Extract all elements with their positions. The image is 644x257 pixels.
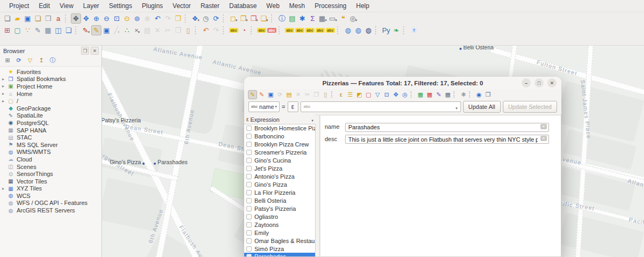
style-manager-icon[interactable]: a [53,13,63,24]
browser-item-sap-hana[interactable]: ▦SAP HANA [0,127,101,134]
map-tips-icon[interactable]: ❝ [338,13,348,24]
feature-checkbox[interactable] [246,190,252,195]
browser-item-home[interactable]: ▸⌂Home [0,90,101,98]
browser-item-wfs-ogc-api-features[interactable]: ◍WFS / OGC API - Features [0,200,101,207]
feature-list-item[interactable]: Omar Bagles & Restaurant [244,237,315,245]
menu-layer[interactable]: Layer [78,1,104,11]
dlg-save-edits-icon[interactable]: ▣ [266,90,275,99]
zoom-next-icon[interactable]: ↷ [163,13,173,24]
new-mesh-layer-icon[interactable]: ▦ [43,25,53,35]
expression-builder-button[interactable]: ε [288,101,298,112]
dlg-select-by-expression-icon[interactable]: ε [336,90,346,99]
feature-list-scrollbar[interactable] [316,115,320,257]
feature-list-item[interactable]: Brooklyn Homeslice Pizzeria [244,124,315,133]
dlg-copy-features-icon[interactable]: ❐ [312,90,321,99]
new-geopackage-layer-icon[interactable]: ▢ [12,25,23,35]
browser-add-layers-icon[interactable]: ⊞ [3,56,12,64]
menu-processing[interactable]: Processing [310,1,351,11]
new-project-icon[interactable]: ❏ [2,13,12,24]
browser-item-arcgis-rest-servers[interactable]: ◍ArcGIS REST Servers [0,207,101,214]
menu-plugins[interactable]: Plugins [137,1,167,11]
delete-selected-icon[interactable]: ✕ [152,25,163,35]
browser-item-spatial-bookmarks[interactable]: ▸❐Spatial Bookmarks [0,76,101,83]
feature-checkbox[interactable] [246,238,252,244]
dlg-cut-features-icon[interactable]: ✂ [303,90,312,99]
menu-database[interactable]: Database [224,1,261,11]
new-map-view-icon[interactable]: ❐ [173,13,183,24]
browser-item-vector-tiles[interactable]: ▦Vector Tiles [0,178,101,185]
feature-checkbox[interactable] [246,158,252,163]
menu-web[interactable]: Web [261,1,284,11]
zoom-to-layer-icon[interactable]: ⊚ [132,13,142,24]
dlg-new-field-icon[interactable]: ▦ [416,90,425,99]
browser-item-cloud[interactable]: ☁Cloud [0,156,101,163]
rotate-label-icon[interactable]: abc [305,25,315,35]
feature-list-item[interactable]: Barboncino [244,133,315,141]
browser-item-xyz-tiles[interactable]: ▸▦XYZ Tiles [0,185,101,193]
feature-list-item[interactable]: Jet's Pizza [244,165,315,173]
feature-list-item[interactable]: Parashades [244,253,315,257]
processing-toolbox-icon[interactable]: ✱ [297,13,308,24]
pan-map-to-selection-icon[interactable]: ✥ [81,13,91,24]
feature-checkbox[interactable] [246,246,252,252]
feature-checkbox[interactable] [246,230,252,236]
dlg-filter-features-icon[interactable]: ▽ [373,90,382,99]
desc-field[interactable] [345,135,549,144]
dlg-paste-features-icon[interactable]: ▯ [321,90,330,99]
new-spatialite-layer-icon[interactable]: ✎ [33,25,43,35]
paste-features-icon[interactable]: ▯ [183,25,193,35]
show-layout-manager-icon[interactable]: ❒ [43,13,53,24]
browser-item-wcs[interactable]: ◍WCS [0,192,101,200]
browser-item-project-home[interactable]: ▸▣Project Home [0,83,101,90]
field-selector[interactable]: abc name ▾ [248,101,280,112]
deselect-features-icon[interactable]: ❐▾ [249,13,259,24]
dlg-delete-field-icon[interactable]: ▦ [425,90,434,99]
browser-item-sensorthings[interactable]: ⊙SensorThings [0,170,101,178]
dlg-deselect-all-icon[interactable]: ▢ [364,90,373,99]
dlg-add-feature-icon[interactable]: ▤ [284,90,294,99]
expand-arrow-icon[interactable]: ▸ [2,84,7,89]
browser-item-postgresql[interactable]: ◉PostgreSQL [0,119,101,127]
feature-checkbox[interactable] [246,214,252,219]
feature-checkbox[interactable] [246,254,252,257]
toggle-editing-icon[interactable]: ✎ [91,25,101,35]
locator-search-icon[interactable]: ◎▾ [348,13,358,24]
feature-list-item[interactable]: Antonio's Pizza [244,173,315,181]
chevron-down-icon[interactable]: ▾ [311,119,313,124]
zoom-in-icon[interactable]: ⊕ [91,13,101,24]
dlg-field-calculator-icon[interactable]: ✎ [434,90,443,99]
feature-checkbox[interactable] [246,174,252,179]
current-edits-icon[interactable]: ✎▾ [81,25,91,35]
minimize-icon[interactable]: – [522,78,531,87]
modify-attributes-icon[interactable]: ▤ [142,25,152,35]
new-gpx-layer-icon[interactable]: ◫ [53,25,63,35]
close-icon[interactable]: ✕ [547,78,557,87]
save-project-icon[interactable]: ▣ [23,13,33,24]
feature-checkbox[interactable] [246,166,252,171]
clear-field-icon[interactable]: ✕ [540,136,547,141]
move-label-icon[interactable]: abc [284,25,295,35]
identify-features-icon[interactable]: ⓘ [277,13,287,24]
measure-icon[interactable]: ▭▾ [328,13,338,24]
statistical-summary-icon[interactable]: Σ [308,13,318,24]
feature-checkbox[interactable] [246,198,252,203]
dlg-toggle-editing-icon[interactable]: ✎ [248,90,257,99]
browser-item-wms-wmts[interactable]: ◍WMS/WMTS [0,149,101,156]
zoom-last-icon[interactable]: ↶ [152,13,163,24]
browser-item-stac[interactable]: ▤STAC [0,134,101,141]
maximize-icon[interactable]: □ [535,78,544,87]
expand-arrow-icon[interactable]: ▸ [2,77,7,82]
zoom-native-icon[interactable]: ⊕ [142,13,152,24]
feature-list-item[interactable]: Emily [244,229,315,237]
dlg-pan-to-selection-icon[interactable]: ✥ [391,90,400,99]
menu-view[interactable]: View [55,1,78,11]
feature-checkbox[interactable] [246,222,252,227]
browser-item-ms-sql-server[interactable]: ⚑MS SQL Server [0,141,101,149]
feature-checkbox[interactable] [246,182,252,187]
cut-features-icon[interactable]: ✂ [163,25,173,35]
feature-list-item[interactable]: Zaytoons [244,221,315,229]
vertex-tool-icon[interactable]: ×▾ [132,25,142,35]
zoom-to-selection-icon[interactable]: ⊙ [122,13,132,24]
browser-item-favorites[interactable]: ★Favorites [0,68,101,76]
feature-list-item[interactable]: Patsy's Pizzeria [244,204,315,212]
